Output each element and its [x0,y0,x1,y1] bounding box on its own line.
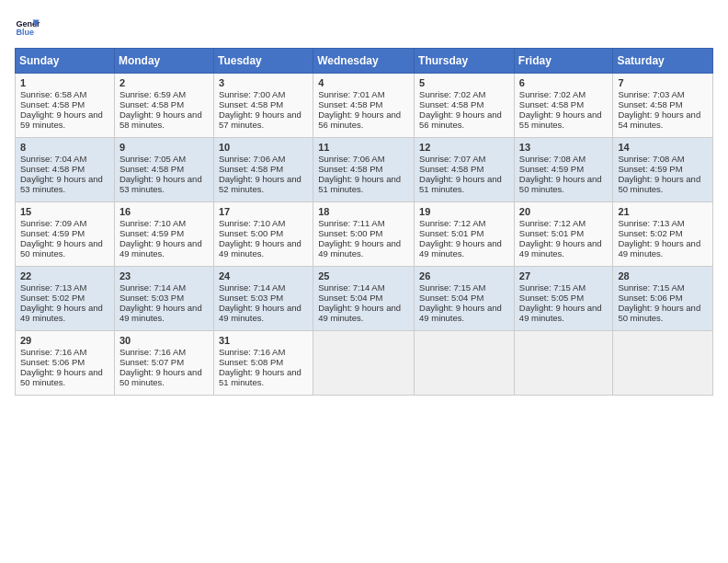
calendar-cell: 26Sunrise: 7:15 AMSunset: 5:04 PMDayligh… [415,267,515,331]
calendar-cell: 5Sunrise: 7:02 AMSunset: 4:58 PMDaylight… [415,74,515,138]
sunset-text: Sunset: 5:04 PM [318,293,382,303]
calendar-cell: 27Sunrise: 7:15 AMSunset: 5:05 PMDayligh… [514,267,613,331]
day-number: 23 [119,270,209,282]
day-number: 10 [219,142,308,153]
sunrise-text: Sunrise: 7:09 AM [20,218,86,228]
daylight-text: Daylight: 9 hours and 49 minutes. [119,238,202,259]
daylight-text: Daylight: 9 hours and 49 minutes. [318,303,401,323]
day-number: 13 [519,142,609,153]
sunrise-text: Sunrise: 7:06 AM [318,154,384,164]
sunrise-text: Sunrise: 7:13 AM [618,218,684,228]
col-tuesday: Tuesday [213,49,313,74]
sunset-text: Sunset: 4:59 PM [618,164,682,174]
week-row-5: 29Sunrise: 7:16 AMSunset: 5:06 PMDayligh… [16,331,713,396]
sunrise-text: Sunrise: 7:01 AM [318,89,384,99]
sunset-text: Sunset: 5:06 PM [618,293,682,303]
day-number: 3 [219,77,308,88]
sunset-text: Sunset: 4:58 PM [119,164,184,174]
daylight-text: Daylight: 9 hours and 54 minutes. [618,109,700,130]
sunrise-text: Sunrise: 7:16 AM [219,347,285,357]
logo-icon: General Blue [15,15,40,40]
daylight-text: Daylight: 9 hours and 56 minutes. [419,109,502,130]
svg-text:Blue: Blue [16,28,34,37]
calendar-cell [613,331,713,396]
week-row-4: 22Sunrise: 7:13 AMSunset: 5:02 PMDayligh… [16,267,713,331]
sunset-text: Sunset: 4:58 PM [20,164,85,174]
day-number: 30 [119,335,209,346]
sunset-text: Sunset: 5:05 PM [519,293,584,303]
calendar-cell: 20Sunrise: 7:12 AMSunset: 5:01 PMDayligh… [514,202,613,267]
daylight-text: Daylight: 9 hours and 58 minutes. [119,109,202,130]
sunset-text: Sunset: 4:58 PM [318,164,382,174]
sunset-text: Sunset: 4:58 PM [618,99,682,109]
calendar-cell: 21Sunrise: 7:13 AMSunset: 5:02 PMDayligh… [613,202,713,267]
sunrise-text: Sunrise: 6:59 AM [119,89,186,99]
daylight-text: Daylight: 9 hours and 49 minutes. [519,238,602,259]
daylight-text: Daylight: 9 hours and 56 minutes. [318,109,401,130]
daylight-text: Daylight: 9 hours and 51 minutes. [219,367,301,387]
sunset-text: Sunset: 5:07 PM [119,357,184,367]
calendar-cell: 11Sunrise: 7:06 AMSunset: 4:58 PMDayligh… [313,138,415,202]
sunrise-text: Sunrise: 7:06 AM [219,154,285,164]
sunset-text: Sunset: 4:59 PM [519,164,584,174]
calendar-cell: 17Sunrise: 7:10 AMSunset: 5:00 PMDayligh… [213,202,313,267]
daylight-text: Daylight: 9 hours and 49 minutes. [219,303,301,323]
daylight-text: Daylight: 9 hours and 50 minutes. [618,174,700,194]
col-friday: Friday [514,49,613,74]
daylight-text: Daylight: 9 hours and 55 minutes. [519,109,602,130]
col-wednesday: Wednesday [313,49,415,74]
sunset-text: Sunset: 5:01 PM [519,228,584,238]
sunset-text: Sunset: 4:58 PM [419,164,483,174]
sunset-text: Sunset: 5:01 PM [419,228,483,238]
day-number: 2 [119,77,209,88]
sunset-text: Sunset: 4:58 PM [119,99,184,109]
sunrise-text: Sunrise: 7:05 AM [119,154,186,164]
sunrise-text: Sunrise: 7:15 AM [419,282,485,293]
calendar-cell: 28Sunrise: 7:15 AMSunset: 5:06 PMDayligh… [613,267,713,331]
sunset-text: Sunset: 4:59 PM [20,228,85,238]
calendar-cell [313,331,415,396]
col-thursday: Thursday [415,49,515,74]
sunset-text: Sunset: 5:00 PM [318,228,382,238]
day-number: 27 [519,270,609,282]
day-number: 20 [519,206,609,217]
calendar-cell: 3Sunrise: 7:00 AMSunset: 4:58 PMDaylight… [213,74,313,138]
daylight-text: Daylight: 9 hours and 49 minutes. [318,238,401,259]
week-row-3: 15Sunrise: 7:09 AMSunset: 4:59 PMDayligh… [16,202,713,267]
daylight-text: Daylight: 9 hours and 49 minutes. [119,303,202,323]
day-number: 21 [618,206,708,217]
day-number: 6 [519,77,609,88]
calendar-cell: 15Sunrise: 7:09 AMSunset: 4:59 PMDayligh… [16,202,115,267]
sunrise-text: Sunrise: 7:14 AM [119,282,186,293]
calendar-cell: 12Sunrise: 7:07 AMSunset: 4:58 PMDayligh… [415,138,515,202]
calendar-header: Sunday Monday Tuesday Wednesday Thursday… [16,49,713,74]
sunset-text: Sunset: 4:59 PM [119,228,184,238]
sunrise-text: Sunrise: 7:15 AM [618,282,684,293]
calendar-body: 1Sunrise: 6:58 AMSunset: 4:58 PMDaylight… [16,74,713,396]
daylight-text: Daylight: 9 hours and 49 minutes. [419,238,502,259]
daylight-text: Daylight: 9 hours and 49 minutes. [219,238,301,259]
daylight-text: Daylight: 9 hours and 53 minutes. [20,174,103,194]
day-number: 31 [219,335,308,346]
sunrise-text: Sunrise: 7:02 AM [519,89,586,99]
sunset-text: Sunset: 4:58 PM [20,99,85,109]
calendar-cell: 23Sunrise: 7:14 AMSunset: 5:03 PMDayligh… [114,267,213,331]
calendar-cell: 4Sunrise: 7:01 AMSunset: 4:58 PMDaylight… [313,74,415,138]
calendar-cell: 29Sunrise: 7:16 AMSunset: 5:06 PMDayligh… [16,331,115,396]
calendar-cell: 13Sunrise: 7:08 AMSunset: 4:59 PMDayligh… [514,138,613,202]
day-number: 8 [20,142,109,153]
daylight-text: Daylight: 9 hours and 52 minutes. [219,174,301,194]
daylight-text: Daylight: 9 hours and 53 minutes. [119,174,202,194]
daylight-text: Daylight: 9 hours and 49 minutes. [419,303,502,323]
calendar-table: Sunday Monday Tuesday Wednesday Thursday… [15,48,713,396]
daylight-text: Daylight: 9 hours and 49 minutes. [618,238,700,259]
week-row-2: 8Sunrise: 7:04 AMSunset: 4:58 PMDaylight… [16,138,713,202]
day-number: 26 [419,270,509,282]
day-number: 28 [618,270,708,282]
sunrise-text: Sunrise: 7:11 AM [318,218,384,228]
day-number: 9 [119,142,209,153]
calendar-cell: 14Sunrise: 7:08 AMSunset: 4:59 PMDayligh… [613,138,713,202]
sunset-text: Sunset: 5:04 PM [419,293,483,303]
day-number: 7 [618,77,708,88]
daylight-text: Daylight: 9 hours and 50 minutes. [20,238,103,259]
